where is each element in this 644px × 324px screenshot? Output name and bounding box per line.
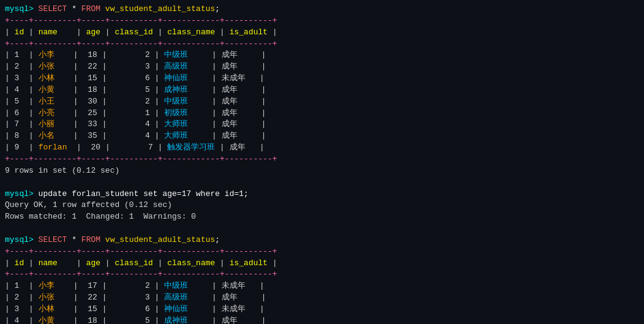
prompt-1: mysql> xyxy=(5,4,39,13)
terminal-content: mysql> SELECT * FROM vw_student_adult_st… xyxy=(5,4,639,324)
table2-border-mid: +----+---------+-----+----------+-------… xyxy=(5,269,277,279)
table1-border-top: +----+---------+-----+----------+-------… xyxy=(5,16,277,25)
table1-row-9: | 9 | forlan | 20 | 7 | 触发器学习班 | 成年 | xyxy=(5,143,264,152)
prompt-2: mysql> xyxy=(5,189,39,198)
table2-row-2: | 2 | 小张 | 22 | 3 | 高级班 | 成年 | xyxy=(5,293,266,302)
table1-row-4: | 4 | 小黄 | 18 | 5 | 成神班 | 成年 | xyxy=(5,85,266,94)
query-2: update forlan_student set age=17 where i… xyxy=(39,189,249,198)
table1-row-6: | 6 | 小亮 | 25 | 1 | 初级班 | 成年 | xyxy=(5,108,266,118)
prompt-3: mysql> xyxy=(5,235,39,244)
query-1: SELECT * FROM vw_student_adult_status; xyxy=(39,4,220,13)
table1-border-bot: +----+---------+-----+----------+-------… xyxy=(5,154,277,164)
table1-header: | id | name | age | class_id | class_nam… xyxy=(5,28,277,37)
table1-row-5: | 5 | 小王 | 30 | 2 | 中级班 | 成年 | xyxy=(5,97,266,106)
result2-line2: Rows matched: 1 Changed: 1 Warnings: 0 xyxy=(5,212,196,221)
terminal-window: mysql> SELECT * FROM vw_student_adult_st… xyxy=(0,0,644,324)
table1-row-8: | 8 | 小名 | 35 | 4 | 大师班 | 成年 | xyxy=(5,131,266,140)
result1-info: 9 rows in set (0.12 sec) xyxy=(5,166,119,175)
table1-row-1: | 1 | 小李 | 18 | 2 | 中级班 | 成年 | xyxy=(5,50,266,59)
table1-row-2: | 2 | 小张 | 22 | 3 | 高级班 | 成年 | xyxy=(5,62,266,71)
table1-border-mid: +----+---------+-----+----------+-------… xyxy=(5,39,277,48)
table2-row-1: | 1 | 小李 | 17 | 2 | 中级班 | 未成年 | xyxy=(5,281,264,290)
table1-row-3: | 3 | 小林 | 15 | 6 | 神仙班 | 未成年 | xyxy=(5,73,264,83)
table2-border-top: +----+---------+-----+----------+-------… xyxy=(5,247,277,256)
table2-row-4: | 4 | 小黄 | 18 | 5 | 成神班 | 成年 | xyxy=(5,316,266,324)
table2-row-3: | 3 | 小林 | 15 | 6 | 神仙班 | 未成年 | xyxy=(5,304,264,314)
query-3: SELECT * FROM vw_student_adult_status; xyxy=(39,235,220,244)
table1-row-7: | 7 | 小丽 | 33 | 4 | 大师班 | 成年 | xyxy=(5,119,266,129)
table2-header: | id | name | age | class_id | class_nam… xyxy=(5,258,277,268)
result2-line1: Query OK, 1 row affected (0.12 sec) xyxy=(5,200,172,209)
